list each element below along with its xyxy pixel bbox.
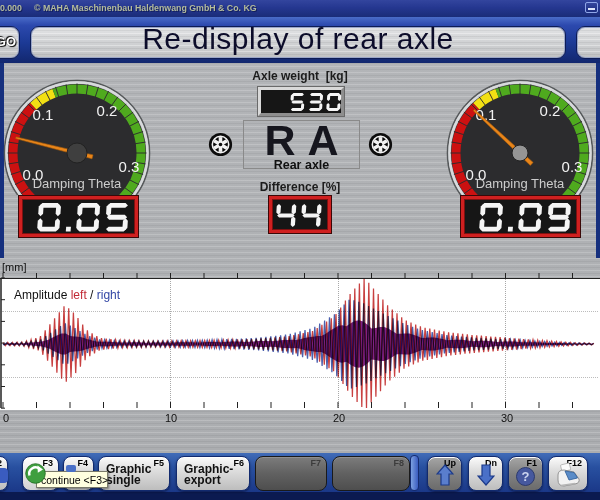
svg-text:0.3: 0.3 (562, 158, 583, 175)
svg-text:0.1: 0.1 (33, 106, 54, 123)
svg-text:0.2: 0.2 (540, 102, 561, 119)
svg-text:Damping Theta: Damping Theta (476, 176, 565, 191)
svg-text:Damping Theta: Damping Theta (33, 176, 122, 191)
svg-text:0.3: 0.3 (119, 158, 140, 175)
svg-text:?: ? (522, 469, 530, 484)
svg-text:0.2: 0.2 (97, 102, 118, 119)
